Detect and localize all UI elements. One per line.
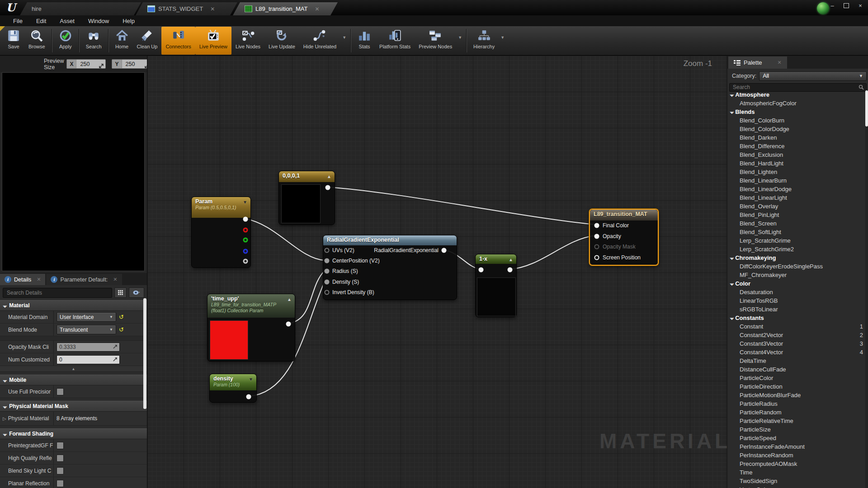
- palette-item-lerp-scratchgrime2[interactable]: Lerp_ScratchGrime2: [727, 245, 865, 253]
- maximize-button[interactable]: [841, 2, 851, 9]
- menu-file[interactable]: File: [6, 18, 29, 24]
- palette-item-particlerelativetime[interactable]: ParticleRelativeTime: [727, 417, 865, 425]
- palette-item-srgbtolinear[interactable]: sRGBToLinear: [727, 305, 865, 314]
- close-icon[interactable]: ✕: [37, 277, 41, 282]
- node-pin[interactable]: [243, 228, 248, 233]
- toolbar-button-browse[interactable]: Browse: [24, 27, 49, 55]
- palette-item-constant3vector[interactable]: Constant3Vector3: [727, 339, 865, 348]
- palette-item-blend-overlay[interactable]: Blend_Overlay: [727, 202, 865, 211]
- node-pin[interactable]: [243, 249, 248, 254]
- palette-item-particleradius[interactable]: ParticleRadius: [727, 399, 865, 408]
- palette-item-blend-colorburn[interactable]: Blend_ColorBurn: [727, 116, 865, 125]
- palette-item-particlemotionblurfade[interactable]: ParticleMotionBlurFade: [727, 391, 865, 399]
- section-header-physical-material-mask[interactable]: ◢Physical Material Mask: [0, 401, 147, 412]
- palette-item-blend-lineardodge[interactable]: Blend_LinearDodge: [727, 185, 865, 193]
- material-preview-viewport[interactable]: [2, 72, 145, 271]
- palette-item-blend-hardlight[interactable]: Blend_HardLight: [727, 159, 865, 168]
- property-dropdown[interactable]: Translucent▼: [57, 325, 116, 334]
- node-pin[interactable]: [246, 394, 251, 399]
- toolbar-button-preview-nodes[interactable]: Preview Nodes: [415, 27, 456, 55]
- palette-item-blend-colordodge[interactable]: Blend_ColorDodge: [727, 125, 865, 133]
- node-pin[interactable]: [286, 322, 291, 327]
- collapse-up-icon[interactable]: ▲: [509, 257, 513, 262]
- node-pin[interactable]: [243, 259, 248, 264]
- section-header-material[interactable]: ◢Material: [0, 300, 147, 311]
- palette-item-constant[interactable]: Constant1: [727, 322, 865, 331]
- advanced-expander[interactable]: ▲: [0, 366, 147, 372]
- toolbar-button-home[interactable]: Home: [111, 27, 133, 55]
- material-input-pin-screen-position[interactable]: [594, 255, 599, 260]
- close-icon[interactable]: ✕: [113, 277, 117, 282]
- palette-scrollbar-track[interactable]: [865, 90, 868, 488]
- toolbar-button-apply[interactable]: Apply: [55, 27, 76, 55]
- toolbar-button-live-update[interactable]: Live Update: [264, 27, 299, 55]
- details-scrollbar[interactable]: [143, 298, 146, 409]
- close-button[interactable]: ×: [855, 2, 865, 9]
- palette-item-blend-lighten[interactable]: Blend_Lighten: [727, 168, 865, 176]
- view-options-button[interactable]: [129, 287, 144, 298]
- node-param[interactable]: ParamParam (0.5,0.5,0,1)▼: [191, 197, 251, 268]
- display-filter-button[interactable]: [114, 287, 127, 298]
- palette-item-perinstancerandom[interactable]: PerInstanceRandom: [727, 451, 865, 460]
- palette-item-particlerandom[interactable]: ParticleRandom: [727, 408, 865, 417]
- palette-item-precomputedaomask[interactable]: PrecomputedAOMask: [727, 460, 865, 468]
- input-pin-invert-density-b-[interactable]: [325, 290, 330, 295]
- checkbox-unchecked[interactable]: [57, 442, 64, 449]
- details-tab-details[interactable]: iDetails✕: [0, 274, 45, 285]
- palette-item-deltatime[interactable]: DeltaTime: [727, 357, 865, 365]
- material-input-pin-opacity-mask[interactable]: [594, 244, 599, 249]
- node-pin[interactable]: [243, 217, 248, 222]
- category-dropdown[interactable]: All ▼: [759, 71, 867, 81]
- toolbar-button-connectors[interactable]: Connectors: [161, 27, 195, 55]
- palette-item-particlespeed[interactable]: ParticleSpeed: [727, 434, 865, 442]
- toolbar-button-hide-unrelated[interactable]: Hide Unrelated: [299, 27, 340, 55]
- close-icon[interactable]: ✕: [315, 6, 319, 12]
- menu-edit[interactable]: Edit: [29, 18, 53, 24]
- material-input-pin-opacity[interactable]: [594, 234, 599, 239]
- palette-item-blend-pinlight[interactable]: Blend_PinLight: [727, 211, 865, 219]
- palette-item-blend-screen[interactable]: Blend_Screen: [727, 219, 865, 228]
- node-pin[interactable]: [243, 238, 248, 243]
- input-pin-radius-s-[interactable]: [325, 269, 330, 274]
- node-material-output[interactable]: L89_transition_MATFinal ColorOpacityOpac…: [589, 209, 659, 266]
- checkbox-unchecked[interactable]: [57, 467, 64, 474]
- palette-item-mf-chromakeyer[interactable]: MF_Chromakeyer: [727, 271, 865, 279]
- checkbox-unchecked[interactable]: [57, 388, 64, 395]
- palette-section-atmosphere[interactable]: ◢Atmosphere: [727, 90, 865, 99]
- node-radial-gradient-exponential[interactable]: RadialGradientExponentialUVs (V2)CenterP…: [323, 235, 457, 300]
- palette-item-blend-linearburn[interactable]: Blend_LinearBurn: [727, 176, 865, 185]
- palette-item-twosidedsign[interactable]: TwoSidedSign: [727, 477, 865, 485]
- palette-item-particlesize[interactable]: ParticleSize: [727, 425, 865, 434]
- menu-asset[interactable]: Asset: [53, 18, 81, 24]
- palette-section-chromakeying[interactable]: ◢Chromakeying: [727, 253, 865, 262]
- chevron-down-icon[interactable]: ▼: [243, 200, 247, 205]
- node-pin[interactable]: [326, 185, 330, 190]
- palette-item-blend-darken[interactable]: Blend_Darken: [727, 133, 865, 142]
- palette-item-diffcolorkeyererodesinglepass[interactable]: DiffColorKeyerErodeSinglePass: [727, 262, 865, 271]
- toolbar-button-search[interactable]: Search: [82, 27, 106, 55]
- palette-item-desaturation[interactable]: Desaturation: [727, 288, 865, 296]
- palette-section-blends[interactable]: ◢Blends: [727, 108, 865, 116]
- input-pin-centerposition-v2-[interactable]: [325, 258, 330, 263]
- palette-item-time[interactable]: Time: [727, 468, 865, 477]
- palette-item-atmosphericfogcolor[interactable]: AtmosphericFogColor: [727, 99, 865, 108]
- palette-section-color[interactable]: ◢Color: [727, 279, 865, 288]
- expand-arrow-icon[interactable]: ▷: [3, 416, 6, 421]
- close-icon[interactable]: ✕: [777, 60, 781, 66]
- preview-size-y-spinner[interactable]: Y250: [112, 59, 151, 69]
- node-time-upp[interactable]: 'time_upp'L89_time_for_transition_MATP(f…: [207, 294, 295, 361]
- chevron-down-icon[interactable]: ▼: [249, 377, 253, 382]
- material-input-pin-final-color[interactable]: [594, 223, 599, 228]
- node-constant-0001[interactable]: 0,0,0,1▲: [278, 171, 335, 225]
- palette-item-constant2vector[interactable]: Constant2Vector2: [727, 331, 865, 339]
- chevron-down-icon[interactable]: ▼: [340, 20, 348, 55]
- chevron-down-icon[interactable]: ▼: [499, 20, 506, 55]
- preview-size-x-spinner[interactable]: X250: [66, 59, 106, 69]
- window-tab-hire[interactable]: hire: [20, 2, 141, 15]
- tab-palette[interactable]: Palette ✕: [728, 56, 787, 69]
- window-tab-stats_widget[interactable]: STATS_WIDGET✕: [136, 2, 237, 15]
- close-icon[interactable]: ✕: [210, 6, 215, 12]
- toolbar-button-live-preview[interactable]: Live Preview: [195, 27, 231, 55]
- section-header-mobile[interactable]: ◢Mobile: [0, 375, 147, 385]
- palette-item-lerp-scratchgrime[interactable]: Lerp_ScratchGrime: [727, 236, 865, 245]
